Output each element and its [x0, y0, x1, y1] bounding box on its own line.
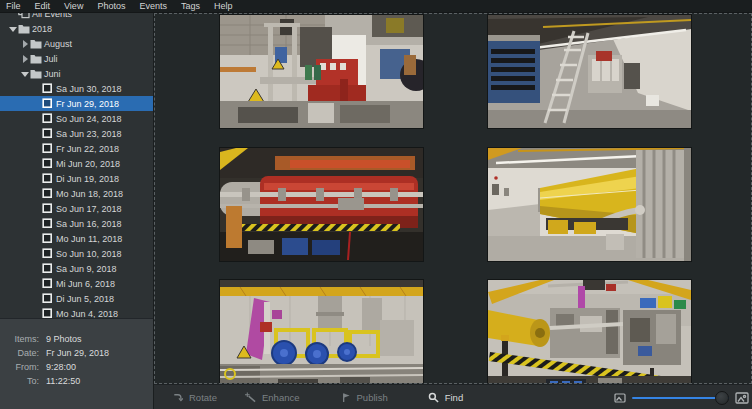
event-icon	[42, 188, 55, 199]
sidebar-item-juli[interactable]: Juli	[0, 51, 153, 66]
photo-thumbnail-3[interactable]	[220, 148, 423, 261]
sidebar-item-event[interactable]: Sa Jun 16, 2018	[0, 216, 153, 231]
sidebar-item-event[interactable]: Mi Jun 6, 2018	[0, 276, 153, 291]
event-icon	[42, 128, 55, 139]
sidebar-item-event[interactable]: So Jun 10, 2018	[0, 246, 153, 261]
event-icon	[42, 173, 55, 184]
sidebar-item-event[interactable]: Mo Jun 18, 2018	[0, 186, 153, 201]
rotate-label: Rotate	[189, 392, 217, 403]
tree-item-label: Sa Jun 9, 2018	[55, 264, 117, 274]
expander-spacer	[32, 249, 42, 259]
tree-item-label: Mi Jun 20, 2018	[55, 159, 120, 169]
menu-events[interactable]: Events	[132, 0, 174, 12]
event-icon	[42, 263, 55, 274]
expander-spacer	[32, 84, 42, 94]
menu-help[interactable]: Help	[207, 0, 240, 12]
tree-item-label: All Events	[31, 13, 72, 19]
zoom-out-photo-icon	[614, 392, 626, 404]
expander-closed-icon[interactable]	[20, 54, 30, 64]
expander-spacer	[32, 219, 42, 229]
expander-spacer	[32, 264, 42, 274]
rotate-button[interactable]: Rotate	[163, 385, 226, 409]
tree-item-label: Juni	[43, 69, 61, 79]
menu-bar: File Edit View Photos Events Tags Help	[0, 0, 752, 13]
tree-item-label: Mi Jun 6, 2018	[55, 279, 115, 289]
expander-spacer	[32, 144, 42, 154]
expander-open-icon[interactable]	[20, 69, 30, 79]
info-key: Date:	[6, 348, 39, 358]
sidebar-item-event-selected[interactable]: Fr Jun 29, 2018	[0, 96, 153, 111]
rotate-icon	[172, 392, 183, 403]
photo-thumbnail-1[interactable]	[220, 15, 423, 128]
tree-item-label: Sa Jun 16, 2018	[55, 219, 122, 229]
tree-item-label: Sa Jun 30, 2018	[55, 84, 122, 94]
enhance-button[interactable]: Enhance	[236, 385, 309, 409]
event-icon	[42, 158, 55, 169]
sidebar-item-event[interactable]: Mo Jun 11, 2018	[0, 231, 153, 246]
thumbnail-grid-viewport[interactable]	[154, 13, 752, 384]
sidebar-item-event[interactable]: Sa Jun 30, 2018	[0, 81, 153, 96]
sidebar-item-event[interactable]: Sa Jun 23, 2018	[0, 126, 153, 141]
expander-spacer	[32, 189, 42, 199]
sidebar-item-2018[interactable]: 2018	[0, 21, 153, 36]
photo-thumbnail-4[interactable]	[488, 148, 691, 261]
publish-label: Publish	[357, 392, 388, 403]
menu-file[interactable]: File	[0, 0, 28, 12]
expander-spacer	[32, 309, 42, 319]
expander-spacer	[32, 234, 42, 244]
info-to-value: 11:22:50	[46, 376, 147, 386]
event-info-panel: Items:9 Photos Date:Fr Jun 29, 2018 From…	[0, 318, 153, 409]
enhance-icon	[245, 392, 256, 403]
event-icon	[42, 83, 55, 94]
photo-thumbnail-2[interactable]	[488, 15, 691, 128]
sidebar-item-event[interactable]: Mi Jun 20, 2018	[0, 156, 153, 171]
photo-thumbnail-5[interactable]	[220, 280, 423, 384]
all-events-icon	[18, 13, 31, 19]
event-icon	[42, 293, 55, 304]
expander-open-icon[interactable]	[8, 24, 18, 34]
tree-item-label: 2018	[31, 24, 52, 34]
event-icon	[42, 113, 55, 124]
event-icon	[42, 218, 55, 229]
menu-edit[interactable]: Edit	[28, 0, 58, 12]
menu-tags[interactable]: Tags	[174, 0, 207, 12]
tree-item-label: Juli	[43, 54, 58, 64]
tree-item-label: So Jun 24, 2018	[55, 114, 122, 124]
sidebar-event-tree: All Events 2018 August	[0, 13, 153, 409]
tree-item-label: Fr Jun 22, 2018	[55, 144, 119, 154]
info-key: From:	[6, 362, 39, 372]
photo-view-area: Rotate Enhance Publish Find	[153, 13, 752, 409]
tree-item-label: Sa Jun 23, 2018	[55, 129, 122, 139]
event-icon	[42, 233, 55, 244]
sidebar-item-event[interactable]: So Jun 17, 2018	[0, 201, 153, 216]
menu-view[interactable]: View	[57, 0, 90, 12]
sidebar-item-all-events[interactable]: All Events	[0, 13, 153, 21]
menu-photos[interactable]: Photos	[90, 0, 132, 12]
sidebar-item-event[interactable]: Fr Jun 22, 2018	[0, 141, 153, 156]
sidebar-item-event[interactable]: Di Jun 19, 2018	[0, 171, 153, 186]
tree-item-label: Mo Jun 11, 2018	[55, 234, 122, 244]
expander-spacer	[32, 129, 42, 139]
sidebar-item-event[interactable]: So Jun 24, 2018	[0, 111, 153, 126]
zoom-slider-handle[interactable]	[715, 391, 729, 405]
photo-thumbnail-6[interactable]	[488, 280, 691, 384]
folder-icon	[18, 23, 31, 34]
zoom-slider[interactable]	[632, 391, 729, 405]
sidebar-item-august[interactable]: August	[0, 36, 153, 51]
info-from-value: 9:28:00	[46, 362, 147, 372]
expander-closed-icon[interactable]	[20, 39, 30, 49]
enhance-label: Enhance	[262, 392, 300, 403]
expander-spacer	[32, 294, 42, 304]
zoom-in-photo-icon	[735, 391, 749, 405]
tree-item-label: Mo Jun 18, 2018	[55, 189, 123, 199]
tree-item-label: Fr Jun 29, 2018	[55, 99, 119, 109]
find-button[interactable]: Find	[419, 385, 472, 409]
publish-button[interactable]: Publish	[331, 385, 397, 409]
sidebar-item-event[interactable]: Sa Jun 9, 2018	[0, 261, 153, 276]
sidebar-item-juni[interactable]: Juni	[0, 66, 153, 81]
tree-item-label: Di Jun 19, 2018	[55, 174, 119, 184]
event-tree: All Events 2018 August	[0, 13, 153, 321]
sidebar-item-event[interactable]: Di Jun 5, 2018	[0, 291, 153, 306]
expander-spacer	[32, 159, 42, 169]
event-icon	[42, 143, 55, 154]
